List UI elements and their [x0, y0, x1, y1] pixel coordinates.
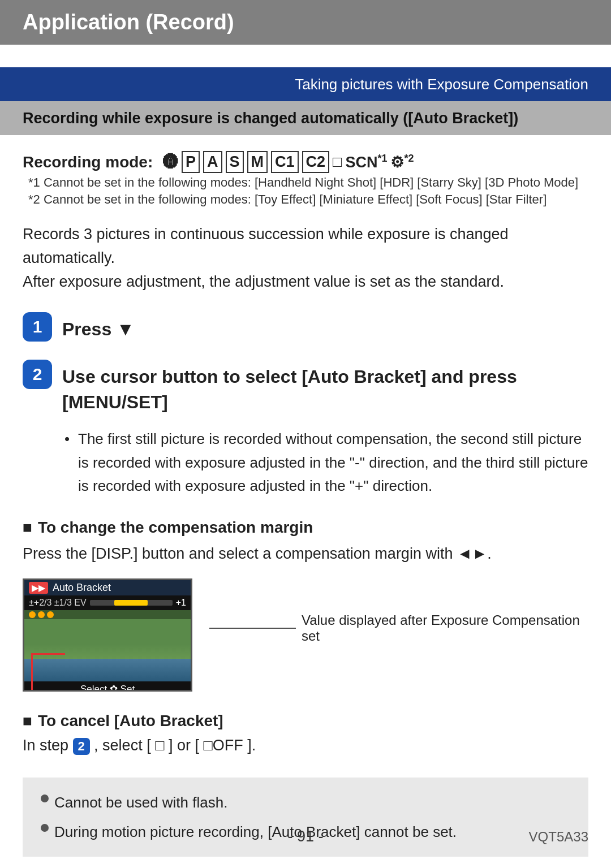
page-header: Application (Record) — [0, 0, 611, 45]
body-text: Records 3 pictures in continuous success… — [0, 207, 611, 294]
mode-icon-adv: ⚙*2 — [390, 153, 414, 171]
screen-caption: Value displayed after Exposure Compensat… — [192, 578, 588, 644]
footnote-2: *2 Cannot be set in the following modes:… — [23, 192, 588, 207]
cancel-text-3: ] or [ — [169, 737, 199, 754]
caption-arrow — [209, 628, 296, 629]
mode-icon-m: M — [247, 151, 268, 173]
cancel-icon2: □OFF — [204, 737, 243, 754]
mode-icon-s: S — [226, 151, 244, 173]
step2-number: 2 — [23, 360, 52, 389]
mode-icon-ia: 🅐 — [163, 153, 178, 171]
body-line1: Records 3 pictures in continuous success… — [23, 226, 508, 266]
camera-landscape — [24, 619, 191, 681]
mode-icons: 🅐 P A S M C1 C2 □ SCN*1 ⚙*2 — [163, 151, 414, 173]
cancel-icon1: □ — [155, 737, 164, 754]
caption-text: Value displayed after Exposure Compensat… — [302, 612, 588, 644]
mode-icon-sq: □ — [333, 153, 342, 171]
caption-line: Value displayed after Exposure Compensat… — [209, 612, 588, 644]
recording-mode-row: Recording mode: 🅐 P A S M C1 C2 □ SCN*1 … — [23, 151, 588, 173]
red-bracket — [31, 653, 65, 692]
camera-screen-wrap: ▶▶ Auto Bracket ±+2/3 ±1/3 EV +1 Select … — [23, 578, 588, 692]
camera-screen-icon: ▶▶ — [29, 582, 48, 594]
compensation-text: Press the [DISP.] button and select a co… — [0, 537, 611, 566]
compensation-heading: To change the compensation margin — [23, 519, 588, 537]
step2-text: Use cursor button to select [Auto Bracke… — [62, 360, 588, 415]
note-line-1: Cannot be used with flash. — [41, 790, 570, 815]
mode-icon-scn: SCN*1 — [345, 153, 387, 171]
ev-scale — [90, 600, 173, 606]
topic-label: Taking pictures with Exposure Compensati… — [295, 76, 588, 93]
page-number: - 91 - — [287, 828, 323, 845]
cancel-text-4: ]. — [247, 737, 256, 754]
cancel-heading: To cancel [Auto Bracket] — [23, 712, 588, 730]
ev-plus: +1 — [176, 598, 186, 608]
note-dot-1 — [41, 794, 49, 802]
ev-dots — [24, 610, 191, 619]
ev-bar-row: ±+2/3 ±1/3 EV +1 — [24, 595, 191, 610]
camera-screen: ▶▶ Auto Bracket ±+2/3 ±1/3 EV +1 Select … — [23, 578, 192, 692]
ev-label: ±+2/3 ±1/3 EV — [29, 598, 87, 608]
mode-icon-p: P — [182, 151, 200, 173]
step1-block: 1 Press ▼ — [23, 312, 588, 342]
step1-number: 1 — [23, 312, 52, 342]
mode-icon-a: A — [203, 151, 222, 173]
ev-dot-3 — [47, 611, 54, 618]
camera-screen-label: Auto Bracket — [53, 582, 111, 594]
body-line2: After exposure adjustment, the adjustmen… — [23, 273, 504, 290]
ev-dot-2 — [38, 611, 45, 618]
mode-icon-c2: C2 — [302, 151, 330, 173]
cancel-step-num: 2 — [73, 738, 90, 755]
cancel-text: In step 2 , select [ □ ] or [ □OFF ]. — [23, 737, 588, 755]
recording-mode-section: Recording mode: 🅐 P A S M C1 C2 □ SCN*1 … — [0, 135, 611, 207]
recording-mode-label: Recording mode: — [23, 153, 153, 171]
note-text-1: Cannot be used with flash. — [54, 790, 227, 815]
step2-bullet: The first still picture is recorded with… — [64, 427, 588, 498]
ev-fill — [114, 600, 147, 606]
section-bar: Recording while exposure is changed auto… — [0, 101, 611, 135]
step1-text: Press ▼ — [62, 312, 135, 342]
mode-icon-c1: C1 — [271, 151, 299, 173]
page-title: Application (Record) — [23, 10, 234, 34]
topic-bar: Taking pictures with Exposure Compensati… — [0, 67, 611, 101]
page-footer: - 91 - VQT5A33 — [0, 828, 611, 845]
camera-top-bar: ▶▶ Auto Bracket — [24, 580, 191, 595]
cancel-text-pre: In step — [23, 737, 68, 754]
ev-dot-1 — [29, 611, 36, 618]
footer-model: VQT5A33 — [529, 829, 588, 845]
step2-block: 2 Use cursor button to select [Auto Brac… — [23, 360, 588, 415]
footnote-1: *1 Cannot be set in the following modes:… — [23, 175, 588, 190]
cancel-text-2: , select [ — [94, 737, 151, 754]
section-title: Recording while exposure is changed auto… — [23, 110, 518, 127]
